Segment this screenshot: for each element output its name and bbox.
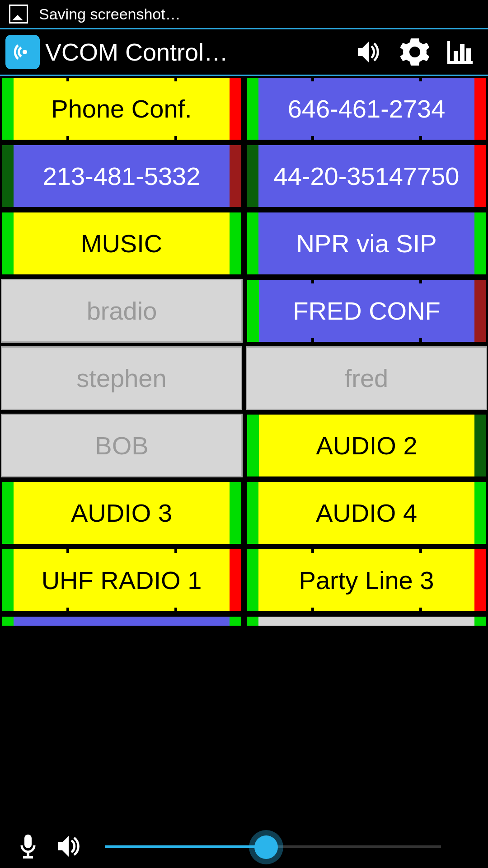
left-indicator [2,145,14,207]
right-indicator [474,78,486,140]
settings-gear-icon[interactable] [392,34,437,70]
right-indicator [230,549,241,611]
svg-rect-8 [23,856,33,859]
channel-label: MUSIC [14,212,230,274]
channel-button[interactable]: bradio [1,279,243,343]
left-indicator [2,212,14,274]
channel-button[interactable]: UHF RADIO 1 [1,548,242,612]
channel-button[interactable]: 213-481-5332 [1,144,242,208]
speaker-icon[interactable] [52,833,87,860]
svg-point-0 [23,50,27,54]
right-indicator [474,212,486,274]
app-bar: VCOM Control… [0,28,488,76]
svg-rect-4 [460,44,465,62]
channel-button[interactable]: 646-461-2734 [246,77,487,141]
channel-label: FRED CONF [259,280,474,342]
channel-button-peek[interactable] [1,616,242,627]
right-indicator [474,280,486,342]
channel-label: AUDIO 4 [258,482,474,544]
channel-label: Party Line 3 [258,549,474,611]
slider-fill [105,845,266,848]
svg-rect-5 [466,48,471,62]
statusbar-text: Saving screenshot… [39,5,181,23]
channel-label: BOB [2,415,241,476]
left-indicator [247,549,258,611]
left-indicator [2,78,14,140]
channel-button[interactable]: MUSIC [1,212,242,275]
status-bar: Saving screenshot… [0,0,488,28]
levels-bars-icon[interactable] [437,34,483,70]
left-indicator [247,78,258,140]
left-indicator [2,549,14,611]
channel-button[interactable]: AUDIO 3 [1,481,242,545]
right-indicator [230,78,241,140]
svg-rect-3 [454,51,458,62]
channel-button[interactable]: FRED CONF [246,279,487,343]
left-indicator [2,482,14,544]
channel-label: 646-461-2734 [258,78,474,140]
channel-button[interactable]: stephen [1,346,242,410]
right-indicator [230,145,241,207]
channel-label: AUDIO 3 [14,482,230,544]
channel-button[interactable]: NPR via SIP [246,212,487,275]
channel-button[interactable]: BOB [1,414,243,477]
channel-label: bradio [2,280,241,341]
left-indicator [247,212,258,274]
right-indicator [230,212,241,274]
slider-thumb[interactable] [254,835,278,859]
channel-button[interactable]: Phone Conf. [1,77,242,141]
channel-button-peek[interactable] [246,616,487,627]
right-indicator [474,415,486,476]
bottom-bar [0,825,488,868]
channel-button[interactable]: fred [246,346,487,410]
channel-label: stephen [2,348,241,409]
channel-label: fred [247,348,486,409]
channel-label: AUDIO 2 [259,415,474,476]
channel-label: 44-20-35147750 [258,145,474,207]
left-indicator [247,482,258,544]
channel-button[interactable]: 44-20-35147750 [246,144,487,208]
image-icon [9,5,28,24]
channel-label: 213-481-5332 [14,145,230,207]
channel-grid: Phone Conf.646-461-2734213-481-533244-20… [0,76,488,627]
svg-rect-6 [24,835,32,848]
volume-icon[interactable] [347,34,392,70]
right-indicator [474,549,486,611]
left-indicator [247,415,259,476]
app-title: VCOM Control… [45,38,262,66]
svg-rect-1 [447,41,450,63]
channel-label: Phone Conf. [14,78,230,140]
channel-label: UHF RADIO 1 [14,549,230,611]
left-indicator [247,280,259,342]
app-logo [5,35,40,69]
right-indicator [474,482,486,544]
left-indicator [247,145,258,207]
right-indicator [230,482,241,544]
channel-button[interactable]: Party Line 3 [246,548,487,612]
channel-button[interactable]: AUDIO 2 [246,414,487,477]
right-indicator [474,145,486,207]
channel-button[interactable]: AUDIO 4 [246,481,487,545]
volume-slider[interactable] [105,833,441,860]
microphone-icon[interactable] [11,833,45,860]
channel-label: NPR via SIP [258,212,474,274]
